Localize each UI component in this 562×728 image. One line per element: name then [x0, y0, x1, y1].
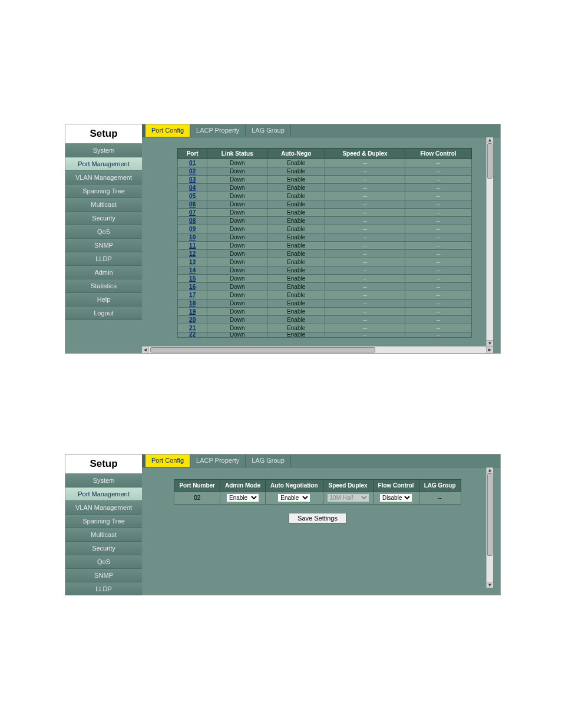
- port-link[interactable]: 19: [189, 308, 196, 315]
- table-row: 11DownEnable----: [178, 242, 472, 250]
- scroll-down-arrow-icon[interactable]: ▼: [487, 582, 493, 588]
- port-link[interactable]: 04: [189, 185, 196, 191]
- vertical-scrollbar[interactable]: ▲ ▼: [486, 467, 493, 588]
- port-link[interactable]: 17: [189, 292, 196, 298]
- sidebar-item-spanning-tree[interactable]: Spanning Tree: [65, 185, 142, 198]
- sidebar-item-security[interactable]: Security: [65, 212, 142, 225]
- cell: Down: [207, 184, 267, 192]
- vertical-scrollbar[interactable]: ▲ ▼: [486, 137, 493, 346]
- cell: Enable: [267, 176, 325, 184]
- port-link[interactable]: 10: [189, 234, 196, 241]
- cell: --: [325, 332, 405, 338]
- sidebar-item-help[interactable]: Help: [65, 293, 142, 307]
- sidebar-item-qos[interactable]: QoS: [65, 225, 142, 239]
- sidebar-item-port-management[interactable]: Port Management: [65, 157, 142, 171]
- cell: 08: [178, 217, 207, 225]
- port-link[interactable]: 02: [189, 168, 196, 174]
- port-link[interactable]: 15: [189, 275, 196, 282]
- port-link[interactable]: 06: [189, 201, 196, 207]
- scroll-right-arrow-icon[interactable]: ►: [486, 347, 493, 353]
- scroll-left-arrow-icon[interactable]: ◄: [142, 347, 149, 353]
- port-link[interactable]: 05: [189, 193, 196, 199]
- table-row: 17DownEnable----: [178, 291, 472, 299]
- sidebar-item-security[interactable]: Security: [65, 542, 142, 555]
- sidebar-item-vlan-management[interactable]: VLAN Management: [65, 171, 142, 185]
- hscroll-thumb[interactable]: [150, 347, 375, 353]
- cell: --: [405, 283, 471, 291]
- cell: Enable: [267, 184, 325, 192]
- port-config-list-panel: Setup SystemPort ManagementVLAN Manageme…: [65, 124, 501, 354]
- port-link[interactable]: 16: [189, 284, 196, 290]
- tab-lacp-property[interactable]: LACP Property: [190, 124, 246, 137]
- table-row: 08DownEnable----: [178, 217, 472, 225]
- sidebar-item-lldp[interactable]: LLDP: [65, 582, 142, 595]
- cell: 11: [178, 242, 207, 250]
- port-link[interactable]: 18: [189, 300, 196, 307]
- scroll-up-arrow-icon[interactable]: ▲: [487, 137, 493, 143]
- cell: 05: [178, 192, 207, 200]
- cell: --: [325, 209, 405, 217]
- horizontal-scrollbar[interactable]: ◄ ►: [142, 346, 493, 353]
- sidebar-item-logout[interactable]: Logout: [65, 307, 142, 320]
- port-link[interactable]: 14: [189, 267, 196, 274]
- table-row: 18DownEnable----: [178, 299, 472, 308]
- port-link[interactable]: 20: [189, 317, 196, 323]
- scroll-thumb[interactable]: [487, 143, 492, 179]
- sidebar-item-system[interactable]: System: [65, 474, 142, 487]
- table-row: 16DownEnable----: [178, 283, 472, 291]
- port-link[interactable]: 11: [189, 242, 196, 249]
- tab-lacp-property[interactable]: LACP Property: [190, 454, 246, 467]
- port-link[interactable]: 22: [189, 332, 196, 338]
- col-header: Speed & Duplex: [325, 149, 405, 159]
- sidebar-item-lldp[interactable]: LLDP: [65, 252, 142, 266]
- auto-negotiation-select[interactable]: EnableDisable: [277, 493, 310, 502]
- table-row: 05DownEnable----: [178, 192, 472, 200]
- tab-lag-group[interactable]: LAG Group: [246, 454, 291, 467]
- save-settings-button[interactable]: Save Settings: [289, 513, 346, 523]
- sidebar-item-snmp[interactable]: SNMP: [65, 239, 142, 252]
- cell: Enable: [267, 283, 325, 291]
- cell: --: [325, 275, 405, 283]
- cell: --: [405, 192, 471, 200]
- sidebar-item-multicast[interactable]: Multicast: [65, 198, 142, 212]
- scroll-up-arrow-icon[interactable]: ▲: [487, 467, 493, 473]
- sidebar-item-spanning-tree[interactable]: Spanning Tree: [65, 515, 142, 528]
- port-link[interactable]: 12: [189, 251, 196, 257]
- port-link[interactable]: 09: [189, 226, 196, 232]
- cell: --: [325, 233, 405, 242]
- sidebar-item-vlan-management[interactable]: VLAN Management: [65, 501, 142, 515]
- tab-port-config[interactable]: Port Config: [146, 124, 190, 137]
- port-link[interactable]: 03: [189, 176, 196, 183]
- sidebar-item-system[interactable]: System: [65, 144, 142, 157]
- sidebar-item-multicast[interactable]: Multicast: [65, 528, 142, 542]
- cell: Down: [207, 159, 267, 167]
- col-header: Speed Duplex: [323, 480, 373, 492]
- scroll-thumb[interactable]: [487, 473, 492, 556]
- port-link[interactable]: 08: [189, 218, 196, 224]
- flow-control-select[interactable]: EnableDisable: [379, 493, 412, 502]
- tabbar: Port ConfigLACP PropertyLAG Group: [142, 124, 500, 137]
- cell: --: [405, 308, 471, 316]
- sidebar-title: Setup: [65, 124, 142, 144]
- cell: --: [325, 167, 405, 176]
- cell: --: [405, 242, 471, 250]
- port-link[interactable]: 01: [189, 160, 196, 166]
- cell: Enable: [267, 332, 325, 338]
- speed-duplex-select[interactable]: 10M Half10M Full100M Half100M Full1000M …: [327, 493, 369, 502]
- port-link[interactable]: 07: [189, 209, 196, 216]
- cell: --: [405, 291, 471, 299]
- tab-port-config[interactable]: Port Config: [146, 454, 190, 467]
- tab-lag-group[interactable]: LAG Group: [246, 124, 291, 137]
- sidebar-item-admin[interactable]: Admin: [65, 266, 142, 279]
- col-header: Auto-Nego: [267, 149, 325, 159]
- cell: Down: [207, 283, 267, 291]
- scroll-down-arrow-icon[interactable]: ▼: [487, 340, 493, 346]
- port-link[interactable]: 21: [189, 325, 196, 331]
- port-link[interactable]: 13: [189, 259, 196, 265]
- cell: Down: [207, 233, 267, 242]
- sidebar-item-statistics[interactable]: Statistics: [65, 279, 142, 293]
- sidebar-item-snmp[interactable]: SNMP: [65, 569, 142, 582]
- sidebar-item-qos[interactable]: QoS: [65, 555, 142, 569]
- admin-mode-select[interactable]: EnableDisable: [226, 493, 259, 502]
- sidebar-item-port-management[interactable]: Port Management: [65, 487, 142, 501]
